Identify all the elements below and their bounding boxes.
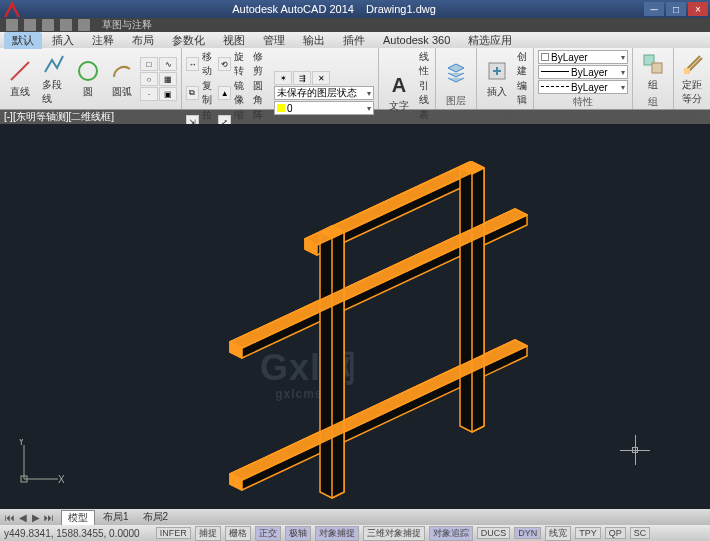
- circle-icon: [76, 59, 100, 83]
- tab-featured[interactable]: 精选应用: [460, 32, 520, 49]
- title-bar: Autodesk AutoCAD 2014 Drawing1.dwg ─ □ ×: [0, 0, 710, 18]
- ellipse-icon[interactable]: ○: [140, 72, 158, 86]
- tab-model[interactable]: 模型: [61, 510, 95, 525]
- redo-icon[interactable]: [78, 19, 90, 31]
- status-tpy[interactable]: TPY: [575, 527, 601, 539]
- tab-layout2[interactable]: 布局2: [137, 510, 175, 524]
- status-osnap[interactable]: 对象捕捉: [315, 526, 359, 541]
- layer-props-button[interactable]: [440, 58, 472, 86]
- close-button[interactable]: ×: [688, 2, 708, 16]
- status-snap[interactable]: 捕捉: [195, 526, 221, 541]
- new-icon[interactable]: [6, 19, 18, 31]
- move-icon[interactable]: ↔: [186, 57, 199, 71]
- status-sc[interactable]: SC: [630, 527, 651, 539]
- tab-last-icon[interactable]: ⏭: [43, 512, 55, 523]
- chevron-down-icon: ▾: [621, 83, 625, 92]
- text-icon: A: [387, 73, 411, 97]
- trim-label[interactable]: 修剪: [251, 50, 268, 78]
- circle-button[interactable]: 圆: [72, 57, 104, 101]
- status-grid[interactable]: 栅格: [225, 526, 251, 541]
- copy-icon[interactable]: ⧉: [186, 86, 199, 100]
- coordinate-display: y449.8341, 1588.3455, 0.0000: [4, 528, 140, 539]
- window-title: Autodesk AutoCAD 2014 Drawing1.dwg: [24, 3, 644, 15]
- status-ortho[interactable]: 正交: [255, 526, 281, 541]
- measure-button[interactable]: 定距等分: [678, 50, 710, 108]
- tab-parametric[interactable]: 参数化: [164, 32, 213, 49]
- tab-annotate[interactable]: 注释: [84, 32, 122, 49]
- line-button[interactable]: 直线: [4, 57, 36, 101]
- insert-block-button[interactable]: 插入: [481, 57, 513, 101]
- hatch-icon[interactable]: ▦: [159, 72, 177, 86]
- erase-icon[interactable]: ✕: [312, 71, 330, 85]
- quick-access-toolbar: 草图与注释: [0, 18, 710, 32]
- ribbon: 直线 多段线 圆 圆弧 □∿ ○▦ ·▣ 绘图 ↔移: [0, 48, 710, 110]
- rect-icon[interactable]: □: [140, 57, 158, 71]
- line-icon: [8, 59, 32, 83]
- panel-groups: 组 组: [633, 48, 674, 109]
- app-logo-icon: [4, 1, 20, 17]
- leader-button[interactable]: 引线: [417, 79, 431, 107]
- model-3d-shelf: [170, 154, 570, 509]
- block-create-button[interactable]: 创建: [515, 50, 529, 78]
- block-edit-button[interactable]: 编辑: [515, 79, 529, 107]
- tab-view[interactable]: 视图: [215, 32, 253, 49]
- chevron-down-icon: ▾: [621, 53, 625, 62]
- tab-output[interactable]: 输出: [295, 32, 333, 49]
- tab-a360[interactable]: Autodesk 360: [375, 33, 458, 47]
- linetype-dropdown[interactable]: ByLayer▾: [538, 80, 628, 94]
- maximize-button[interactable]: □: [666, 2, 686, 16]
- linear-dim-button[interactable]: 线性: [417, 50, 431, 78]
- svg-line-0: [11, 62, 29, 80]
- color-dropdown[interactable]: ByLayer▾: [538, 50, 628, 64]
- point-icon[interactable]: ·: [140, 87, 158, 101]
- tab-layout1[interactable]: 布局1: [97, 510, 135, 524]
- status-infer[interactable]: INFER: [156, 527, 191, 539]
- layer-dropdown[interactable]: 0 ▾: [274, 101, 374, 115]
- tab-nav-arrows: ⏮ ◀ ▶ ⏭: [4, 512, 55, 523]
- status-qp[interactable]: QP: [605, 527, 626, 539]
- svg-rect-10: [21, 476, 27, 482]
- arc-button[interactable]: 圆弧: [106, 57, 138, 101]
- lineweight-dropdown[interactable]: ByLayer▾: [538, 65, 628, 79]
- panel-properties: ByLayer▾ ByLayer▾ ByLayer▾ 特性: [534, 48, 633, 109]
- panel-utilities: 定距等分 实用工具: [674, 48, 710, 109]
- fillet-label[interactable]: 圆角: [251, 79, 268, 107]
- tab-insert[interactable]: 插入: [44, 32, 82, 49]
- group-button[interactable]: 组: [637, 50, 669, 94]
- region-icon[interactable]: ▣: [159, 87, 177, 101]
- minimize-button[interactable]: ─: [644, 2, 664, 16]
- tab-plugins[interactable]: 插件: [335, 32, 373, 49]
- undo-icon[interactable]: [60, 19, 72, 31]
- text-button[interactable]: A 文字: [383, 71, 415, 115]
- status-lwt[interactable]: 线宽: [545, 526, 571, 541]
- offset-icon[interactable]: ⇶: [293, 71, 311, 85]
- spline-icon[interactable]: ∿: [159, 57, 177, 71]
- tab-next-icon[interactable]: ▶: [30, 512, 42, 523]
- panel-block-label: 块: [481, 107, 529, 123]
- window-controls: ─ □ ×: [644, 2, 708, 16]
- status-3dosnap[interactable]: 三维对象捕捉: [363, 526, 425, 541]
- tab-manage[interactable]: 管理: [255, 32, 293, 49]
- status-dyn[interactable]: DYN: [514, 527, 541, 539]
- open-icon[interactable]: [24, 19, 36, 31]
- rotate-icon[interactable]: ⟲: [218, 57, 231, 71]
- explode-icon[interactable]: ✶: [274, 71, 292, 85]
- tab-default[interactable]: 默认: [4, 32, 42, 49]
- layer-state-dropdown[interactable]: 未保存的图层状态▾: [274, 86, 374, 100]
- chevron-down-icon: ▾: [367, 89, 371, 98]
- status-polar[interactable]: 极轴: [285, 526, 311, 541]
- tab-first-icon[interactable]: ⏮: [4, 512, 16, 523]
- status-otrack[interactable]: 对象追踪: [429, 526, 473, 541]
- tab-layout[interactable]: 布局: [124, 32, 162, 49]
- group-icon: [641, 52, 665, 76]
- polyline-button[interactable]: 多段线: [38, 50, 70, 108]
- chevron-down-icon: ▾: [367, 104, 371, 113]
- viewport-label[interactable]: [-][东明等轴测][二维线框]: [4, 110, 114, 124]
- tab-prev-icon[interactable]: ◀: [17, 512, 29, 523]
- status-ducs[interactable]: DUCS: [477, 527, 511, 539]
- ucs-icon: Y X: [14, 439, 64, 489]
- ucs-x-label: X: [58, 474, 64, 485]
- save-icon[interactable]: [42, 19, 54, 31]
- mirror-icon[interactable]: ▲: [218, 86, 231, 100]
- drawing-canvas[interactable]: Gxl网 gxlcms.cn: [0, 124, 710, 509]
